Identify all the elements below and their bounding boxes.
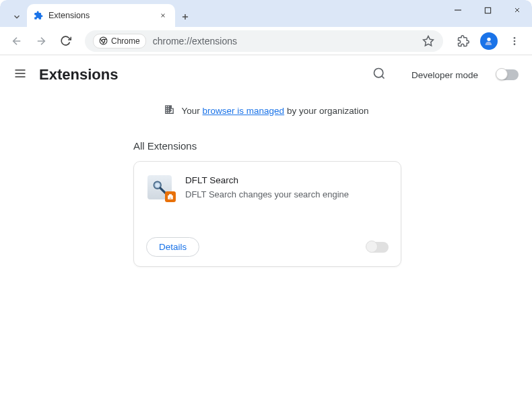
address-bar[interactable]: Chrome chrome://extensions (85, 30, 443, 52)
extension-description: DFLT Search changes your search engine (185, 189, 349, 199)
avatar-icon (480, 32, 498, 50)
svg-point-23 (374, 69, 383, 77)
extension-info: DFLT Search DFLT Search changes your sea… (185, 175, 349, 199)
close-window-button[interactable] (502, 0, 532, 20)
managed-link[interactable]: browser is managed (203, 106, 285, 116)
reload-button[interactable] (55, 31, 75, 51)
chrome-logo-icon (99, 36, 108, 45)
extension-card: DFLT Search DFLT Search changes your sea… (133, 161, 401, 267)
tab-search-dropdown[interactable] (7, 7, 27, 27)
tab-title: Extensions (48, 11, 152, 20)
extension-enable-toggle (367, 242, 389, 253)
window-controls (443, 0, 532, 20)
svg-line-24 (382, 76, 385, 79)
minimize-button[interactable] (443, 0, 473, 20)
page-title: Extensions (39, 66, 360, 84)
extension-card-body: DFLT Search DFLT Search changes your sea… (134, 162, 401, 229)
extension-icon (147, 175, 173, 201)
profile-button[interactable] (478, 30, 500, 52)
managed-browser-banner: Your browser is managed by your organiza… (0, 94, 532, 127)
developer-mode-label: Developer mode (411, 70, 478, 80)
toggle-knob (496, 68, 508, 80)
extensions-puzzle-button[interactable] (453, 30, 474, 52)
site-identity-chip[interactable]: Chrome (93, 34, 146, 49)
search-extensions-button[interactable] (372, 67, 386, 83)
browser-toolbar: Chrome chrome://extensions (0, 27, 532, 55)
tab-close-button[interactable] (158, 10, 168, 21)
extension-puzzle-icon (34, 11, 43, 20)
building-icon (164, 104, 175, 117)
svg-rect-5 (485, 7, 490, 13)
svg-marker-15 (424, 36, 434, 45)
new-tab-button[interactable] (175, 7, 195, 27)
all-extensions-heading: All Extensions (133, 127, 532, 161)
extension-card-footer: Details (134, 229, 401, 266)
managed-badge-icon (165, 191, 176, 202)
managed-banner-text: Your browser is managed by your organiza… (182, 106, 369, 116)
main-menu-button[interactable] (13, 67, 27, 83)
svg-point-18 (514, 40, 516, 42)
extensions-page-header: Extensions Developer mode (0, 55, 532, 94)
developer-mode-toggle[interactable] (497, 69, 519, 80)
forward-button[interactable] (31, 31, 51, 51)
back-button[interactable] (7, 31, 27, 51)
browser-tab[interactable]: Extensions (27, 4, 175, 27)
toggle-knob (366, 241, 378, 253)
svg-point-16 (487, 37, 490, 40)
url-text: chrome://extensions (153, 36, 415, 46)
extension-name: DFLT Search (185, 175, 349, 185)
details-button[interactable]: Details (146, 237, 199, 257)
svg-point-19 (514, 43, 516, 45)
svg-point-17 (514, 37, 516, 39)
tab-bar: Extensions (0, 0, 532, 27)
bookmark-star-icon[interactable] (422, 34, 435, 48)
chrome-menu-button[interactable] (504, 30, 525, 52)
maximize-button[interactable] (473, 0, 502, 20)
svg-point-26 (156, 183, 160, 188)
site-label: Chrome (111, 36, 140, 46)
